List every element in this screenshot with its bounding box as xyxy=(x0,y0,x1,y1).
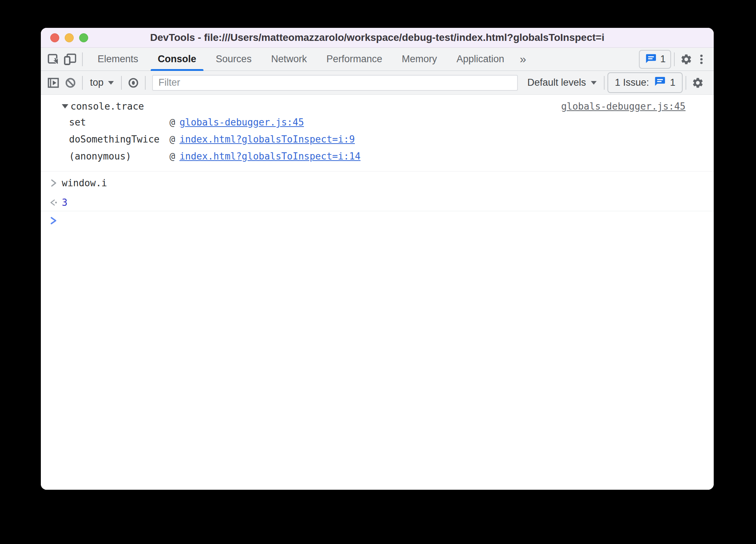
devtools-window: DevTools - file:///Users/matteomazzarolo… xyxy=(41,28,714,490)
console-sidebar-toggle-button[interactable] xyxy=(44,73,62,92)
console-settings-button[interactable] xyxy=(689,73,706,92)
gear-icon xyxy=(692,77,704,89)
divider xyxy=(121,76,122,90)
window-title: DevTools - file:///Users/matteomazzarolo… xyxy=(41,32,714,43)
frame-source-link[interactable]: index.html?globalsToInspect=i:14 xyxy=(180,151,361,162)
issues-label: 1 Issue: xyxy=(615,77,649,88)
close-window-button[interactable] xyxy=(50,33,59,42)
settings-button[interactable] xyxy=(678,50,695,69)
stack-frame: set @ globals-debugger.js:45 xyxy=(41,114,714,131)
gear-icon xyxy=(680,53,692,65)
panel-tabs: Elements Console Sources Network Perform… xyxy=(88,48,514,71)
console-messages: console.trace globals-debugger.js:45 set… xyxy=(41,95,714,490)
divider xyxy=(82,52,83,66)
source-location-link[interactable]: globals-debugger.js:45 xyxy=(561,101,686,112)
result-value: 3 xyxy=(62,197,68,208)
inspect-cursor-icon xyxy=(46,52,60,67)
clear-console-button[interactable] xyxy=(62,73,79,92)
devtools-tabbar: Elements Console Sources Network Perform… xyxy=(41,48,714,71)
return-value-icon xyxy=(49,197,62,208)
javascript-context-dropdown[interactable]: top xyxy=(86,77,118,88)
menu-button[interactable] xyxy=(695,50,708,69)
divider xyxy=(145,76,146,90)
trace-label: console.trace xyxy=(70,101,144,112)
issues-button[interactable]: 1 Issue: 1 xyxy=(607,72,683,93)
divider xyxy=(82,76,83,90)
tab-application[interactable]: Application xyxy=(447,48,514,71)
console-result: 3 xyxy=(41,194,714,211)
device-toolbar-button[interactable] xyxy=(62,50,79,69)
divider xyxy=(674,52,675,66)
prompt-chevron-icon xyxy=(49,216,62,226)
frame-function-name: set xyxy=(69,117,169,128)
chevron-right-icon xyxy=(49,178,62,188)
more-tabs-button[interactable]: » xyxy=(514,52,532,66)
stack-frame: (anonymous) @ index.html?globalsToInspec… xyxy=(41,148,714,165)
live-expression-button[interactable] xyxy=(125,73,142,92)
filter-input[interactable] xyxy=(152,75,518,91)
block-icon xyxy=(63,76,78,90)
spacer xyxy=(41,165,714,171)
chat-bubble-icon xyxy=(653,75,666,90)
command-text: window.i xyxy=(62,178,107,188)
frame-function-name: (anonymous) xyxy=(69,151,169,162)
console-prompt[interactable] xyxy=(41,211,714,230)
three-dots-icon xyxy=(696,53,707,65)
stack-frame: doSomethingTwice @ index.html?globalsToI… xyxy=(41,131,714,148)
tab-memory[interactable]: Memory xyxy=(392,48,447,71)
collapse-triangle-icon[interactable] xyxy=(62,104,68,109)
minimize-window-button[interactable] xyxy=(65,33,74,42)
tab-elements[interactable]: Elements xyxy=(88,48,148,71)
divider xyxy=(686,76,686,90)
chevron-down-icon xyxy=(591,81,597,85)
tab-network[interactable]: Network xyxy=(261,48,317,71)
tab-sources[interactable]: Sources xyxy=(206,48,261,71)
divider xyxy=(604,76,605,90)
levels-label: Default levels xyxy=(527,77,586,88)
messages-count: 1 xyxy=(660,54,666,65)
frame-at: @ xyxy=(169,134,175,145)
console-trace-message: console.trace globals-debugger.js:45 xyxy=(41,99,714,114)
messages-badge-button[interactable]: 1 xyxy=(639,50,671,69)
chat-bubble-icon xyxy=(644,52,657,66)
inspect-element-button[interactable] xyxy=(44,50,62,69)
frame-at: @ xyxy=(169,151,175,162)
traffic-lights xyxy=(50,28,88,48)
eye-icon xyxy=(126,76,141,90)
sidebar-toggle-icon xyxy=(46,76,60,90)
zoom-window-button[interactable] xyxy=(79,33,88,42)
console-toolbar: top Default levels 1 Issue: xyxy=(41,71,714,95)
frame-source-link[interactable]: index.html?globalsToInspect=i:9 xyxy=(180,134,355,145)
frame-source-link[interactable]: globals-debugger.js:45 xyxy=(180,117,304,128)
tab-performance[interactable]: Performance xyxy=(317,48,392,71)
log-levels-dropdown[interactable]: Default levels xyxy=(523,77,601,88)
frame-function-name: doSomethingTwice xyxy=(69,134,169,145)
issues-count: 1 xyxy=(670,77,675,88)
console-command: window.i xyxy=(41,171,714,194)
context-label: top xyxy=(90,77,104,88)
device-toolbar-icon xyxy=(63,52,78,67)
chevron-down-icon xyxy=(108,81,114,85)
tab-console[interactable]: Console xyxy=(148,48,206,71)
titlebar[interactable]: DevTools - file:///Users/matteomazzarolo… xyxy=(41,28,714,48)
frame-at: @ xyxy=(169,117,175,128)
